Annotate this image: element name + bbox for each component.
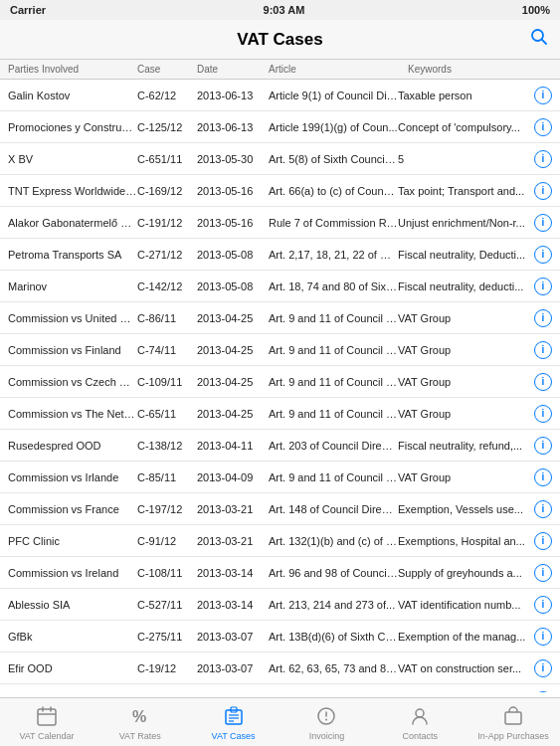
cell-parties: Marinov — [8, 280, 137, 292]
search-button[interactable] — [530, 28, 548, 51]
cell-parties: GfBk — [8, 631, 137, 643]
info-icon[interactable]: i — [534, 214, 552, 232]
info-icon[interactable]: i — [534, 278, 552, 295]
cell-keywords: Exemptions, Hospital an... — [398, 535, 532, 547]
cell-keywords: VAT on construction ser... — [398, 662, 532, 674]
info-icon[interactable]: i — [534, 628, 552, 646]
cell-keywords: Fiscal neutrality, deducti... — [398, 280, 532, 292]
table-row[interactable]: Commission vs Czech Republic C-109/11 20… — [0, 366, 560, 398]
cell-parties: Commission vs Ireland — [8, 567, 137, 579]
cell-article: Art. 2,17, 18, 21, 22 of Six... — [269, 249, 398, 261]
cell-case: C-138/12 — [137, 440, 197, 452]
table-row[interactable]: Commission vs United Kingd... C-86/11 20… — [0, 302, 560, 334]
info-icon[interactable]: i — [534, 309, 552, 327]
table-row[interactable]: Wheels Common Investment... C-424/11 201… — [0, 684, 560, 692]
info-icon[interactable]: i — [534, 691, 552, 693]
cell-keywords: VAT identification numb... — [398, 599, 532, 611]
info-icon[interactable]: i — [534, 246, 552, 264]
info-icon[interactable]: i — [534, 341, 552, 359]
svg-rect-16 — [505, 712, 521, 724]
info-icon[interactable]: i — [534, 564, 552, 582]
cell-parties: Efir OOD — [8, 662, 137, 674]
cell-case: C-169/12 — [137, 185, 197, 197]
vat-rates-label: VAT Rates — [119, 732, 161, 741]
tab-contacts[interactable]: Contacts — [373, 698, 467, 746]
table-row[interactable]: Promociones y Construccion... C-125/12 2… — [0, 111, 560, 143]
table-row[interactable]: Ablessio SIA C-527/11 2013-03-14 Art. 21… — [0, 589, 560, 621]
info-icon[interactable]: i — [534, 596, 552, 614]
info-icon[interactable]: i — [534, 87, 552, 104]
cell-date: 2013-03-07 — [197, 631, 269, 643]
table-row[interactable]: Commission vs Ireland C-108/11 2013-03-1… — [0, 557, 560, 589]
cell-date: 2013-05-30 — [197, 153, 269, 165]
cell-article: Art. 13B(d)(6) of Sixth Co... — [269, 631, 398, 643]
info-icon[interactable]: i — [534, 659, 552, 677]
tab-invoicing[interactable]: Invoicing — [280, 698, 373, 746]
info-icon[interactable]: i — [534, 468, 552, 486]
cell-date: 2013-04-25 — [197, 344, 269, 356]
cell-case: C-275/11 — [137, 631, 197, 643]
table-row[interactable]: Marinov C-142/12 2013-05-08 Art. 18, 74 … — [0, 271, 560, 302]
invoicing-label: Invoicing — [309, 732, 345, 741]
table-row[interactable]: Commission vs Finland C-74/11 2013-04-25… — [0, 334, 560, 366]
cell-date: 2013-04-25 — [197, 376, 269, 388]
contacts-label: Contacts — [402, 732, 438, 741]
cell-article: Art. 96 and 98 of Council... — [269, 567, 398, 579]
table-row[interactable]: Commission vs Irlande C-85/11 2013-04-09… — [0, 462, 560, 493]
cell-article: Art. 9 and 11 of Council D... — [269, 408, 398, 420]
cell-keywords: Concept of 'compulsory... — [398, 121, 532, 133]
info-icon[interactable]: i — [534, 532, 552, 550]
cell-article: Art. 18, 74 and 80 of Sixth... — [269, 280, 398, 292]
table-row[interactable]: Rusedespred OOD C-138/12 2013-04-11 Art.… — [0, 430, 560, 462]
vat-rates-icon: % — [129, 705, 151, 730]
cell-case: C-271/12 — [137, 249, 197, 261]
cell-keywords: Fiscal neutrality, Deducti... — [398, 249, 532, 261]
cell-article: Art. 9 and 11 of Council D... — [269, 471, 398, 483]
table-row[interactable]: Efir OOD C-19/12 2013-03-07 Art. 62, 63,… — [0, 653, 560, 684]
cell-parties: Commission vs United Kingd... — [8, 312, 137, 324]
table-row[interactable]: GfBk C-275/11 2013-03-07 Art. 13B(d)(6) … — [0, 621, 560, 653]
cell-case: C-191/12 — [137, 217, 197, 229]
table-row[interactable]: Commission vs France C-197/12 2013-03-21… — [0, 493, 560, 525]
table-row[interactable]: Alakor Gabonatermelő és For... C-191/12 … — [0, 207, 560, 239]
cell-keywords: Fiscal neutrality, refund,... — [398, 440, 532, 452]
cell-date: 2013-06-13 — [197, 90, 269, 101]
info-icon[interactable]: i — [534, 118, 552, 136]
cell-article: Art. 9 and 11 of Council D... — [269, 344, 398, 356]
info-icon[interactable]: i — [534, 437, 552, 455]
cell-keywords: Exemption of the manag... — [398, 631, 532, 643]
table-row[interactable]: Commission vs The Netherla... C-65/11 20… — [0, 398, 560, 430]
nav-bar: VAT Cases — [0, 20, 560, 60]
cell-article: Art. 132(1)(b) and (c) of C... — [269, 535, 398, 547]
table-row[interactable]: TNT Express Worldwide (Pola... C-169/12 … — [0, 175, 560, 207]
col-header-article: Article — [269, 64, 408, 75]
info-icon[interactable]: i — [534, 150, 552, 168]
info-icon[interactable]: i — [534, 500, 552, 518]
cell-case: C-86/11 — [137, 312, 197, 324]
cell-case: C-651/11 — [137, 153, 197, 165]
table-row[interactable]: Galin Kostov C-62/12 2013-06-13 Article … — [0, 80, 560, 111]
tab-vat-rates[interactable]: % VAT Rates — [93, 698, 187, 746]
cell-case: C-109/11 — [137, 376, 197, 388]
info-icon[interactable]: i — [534, 373, 552, 391]
cell-parties: Galin Kostov — [8, 90, 137, 101]
cell-case: C-65/11 — [137, 408, 197, 420]
cell-parties: X BV — [8, 153, 137, 165]
info-icon[interactable]: i — [534, 405, 552, 423]
table-row[interactable]: PFC Clinic C-91/12 2013-03-21 Art. 132(1… — [0, 525, 560, 557]
cell-parties: Commission vs The Netherla... — [8, 408, 137, 420]
time-label: 9:03 AM — [264, 4, 305, 16]
info-icon[interactable]: i — [534, 182, 552, 200]
tab-in-app-purchases[interactable]: In-App Purchases — [467, 698, 560, 746]
cell-date: 2013-04-11 — [197, 440, 269, 452]
tab-vat-calendar[interactable]: VAT Calendar — [0, 698, 93, 746]
table-body: Galin Kostov C-62/12 2013-06-13 Article … — [0, 80, 560, 692]
cell-parties: Rusedespred OOD — [8, 440, 137, 452]
in-app-purchases-label: In-App Purchases — [477, 732, 549, 741]
vat-cases-label: VAT Cases — [212, 732, 256, 741]
col-header-date: Date — [197, 64, 269, 75]
table-row[interactable]: X BV C-651/11 2013-05-30 Art. 5(8) of Si… — [0, 143, 560, 175]
tab-vat-cases[interactable]: VAT Cases — [187, 698, 280, 746]
table-row[interactable]: Petroma Transports SA C-271/12 2013-05-0… — [0, 239, 560, 271]
cell-case: C-197/12 — [137, 503, 197, 515]
